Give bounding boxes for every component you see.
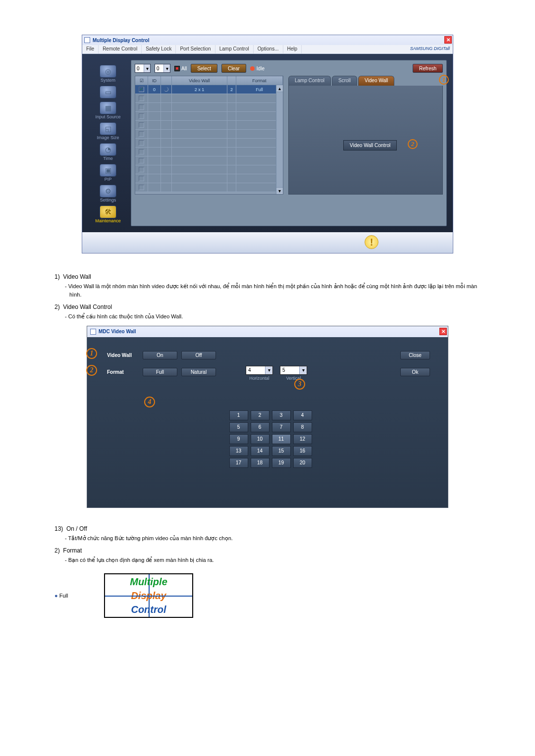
full-preview-box: Multiple Display Control [104,573,193,618]
grid-cell[interactable]: 9 [229,434,248,444]
layout-grid: 1234 5678 9101112 13141516 17181920 [107,410,434,468]
grid-cell[interactable]: 17 [229,458,248,468]
tab-scroll[interactable]: Scroll [332,76,357,86]
table-row[interactable] [135,148,283,156]
dialog-title: MDC Video Wall [99,329,136,334]
chevron-down-icon: ▾ [144,64,150,72]
menu-options[interactable]: Options... [254,45,283,53]
menu-port-selection[interactable]: Port Selection [176,45,215,53]
status-bar: ! [82,232,453,253]
callout-1: 1 [439,75,449,85]
grid-cell[interactable]: 20 [293,458,312,468]
sidebar-image-size[interactable]: ◱Image Size [85,122,131,140]
grid-cell[interactable]: 16 [293,446,312,456]
range-from-select[interactable]: 0▾ [135,64,151,73]
grid-cell[interactable]: 6 [251,422,269,432]
clear-button[interactable]: Clear [221,64,246,73]
tab-lamp-control[interactable]: Lamp Control [288,76,331,86]
sidebar-input-source[interactable]: ▦Input Source [85,101,131,119]
grid-cell[interactable]: 10 [251,434,269,444]
grid-cell[interactable]: 14 [251,446,269,456]
full-label: Full [54,593,104,599]
grid-cell[interactable]: 4 [293,410,312,420]
dialog-titlebar[interactable]: MDC Video Wall ✕ [87,326,448,337]
close-icon[interactable]: ✕ [439,328,447,335]
pip-icon: ▣ [100,164,116,177]
ok-button[interactable]: Ok [400,368,430,376]
grid-cell[interactable]: 15 [272,446,291,456]
input-source-icon: ▦ [100,101,116,114]
col-state-icon [161,76,172,85]
description-block-2: 13) On / Off Tắt/Mở chức năng Bức tường … [54,525,481,564]
horizontal-select[interactable]: 4▾ [246,366,273,375]
table-row[interactable] [135,121,283,130]
col-video-wall: Video Wall [172,76,227,85]
menu-remote-control[interactable]: Remote Control [99,45,142,53]
off-button[interactable]: Off [181,351,216,359]
maintenance-icon: 🛠 [100,205,116,218]
refresh-button[interactable]: Refresh [413,64,443,73]
close-icon[interactable]: ✕ [444,36,452,44]
settings-icon: ⚙ [100,185,116,198]
grid-cell[interactable]: 2 [251,410,269,420]
image-size-icon: ◱ [100,122,116,135]
tab-panel: Lamp Control Scroll Video Wall 1 Video W… [288,76,443,195]
all-checkbox[interactable]: ■All [174,66,187,71]
menu-help[interactable]: Help [283,45,302,53]
app-title: Multiple Display Control [93,38,149,43]
grid-header: ☑ ID Video Wall Format [135,76,283,85]
menu-file[interactable]: File [82,45,99,53]
vertical-select[interactable]: 5▾ [280,366,307,375]
table-row[interactable] [135,156,283,165]
table-row[interactable] [135,112,283,121]
range-to-select[interactable]: 0▾ [155,64,170,73]
col-check[interactable]: ☑ [135,76,148,85]
tab-video-wall[interactable]: Video Wall [358,76,394,86]
grid-cell[interactable]: 13 [229,446,248,456]
grid-cell[interactable]: 19 [272,458,291,468]
menu-safety-lock[interactable]: Safety Lock [142,45,176,53]
close-button[interactable]: Close [400,351,430,359]
grid-cell[interactable]: 1 [229,410,248,420]
full-button[interactable]: Full [143,368,177,376]
table-row[interactable] [135,174,283,183]
scroll-down-icon[interactable]: ▾ [276,187,283,194]
callout-4: 4 [144,397,155,407]
sidebar-display[interactable]: ▭ [85,86,131,99]
sidebar: ◎System ▭ ▦Input Source ◱Image Size ◔Tim… [85,60,131,226]
display-grid: ☑ ID Video Wall Format 0 2 x 1 2 Full [135,76,283,195]
table-row[interactable] [135,183,283,192]
grid-cell[interactable]: 18 [251,458,269,468]
grid-cell[interactable]: 11 [272,434,291,444]
sidebar-maintenance[interactable]: 🛠Maintenance [85,205,131,223]
idle-indicator: Idle [250,66,265,71]
row-checkbox[interactable] [139,87,144,92]
sidebar-time[interactable]: ◔Time [85,143,131,161]
menu-lamp-control[interactable]: Lamp Control [215,45,254,53]
table-row[interactable] [135,130,283,139]
table-row[interactable] [135,139,283,148]
sidebar-system[interactable]: ◎System [85,65,131,83]
sidebar-pip[interactable]: ▣PIP [85,164,131,182]
dialog-icon [90,329,96,335]
select-button[interactable]: Select [191,64,217,73]
table-row[interactable] [135,94,283,103]
table-row[interactable] [135,165,283,174]
video-wall-dialog: MDC Video Wall ✕ 1 2 Video Wall On Off C… [87,326,448,508]
main-panel: 0▾ 0▾ ■All Select Clear Idle Refresh ☑ I… [131,60,447,226]
titlebar[interactable]: Multiple Display Control ✕ [82,35,453,45]
natural-button[interactable]: Natural [181,368,216,376]
grid-cell[interactable]: 5 [229,422,248,432]
grid-scrollbar[interactable]: ▴ ▾ [276,85,283,194]
grid-cell[interactable]: 12 [293,434,312,444]
on-button[interactable]: On [143,351,177,359]
scroll-up-icon[interactable]: ▴ [276,85,283,92]
table-row[interactable] [135,103,283,112]
grid-cell[interactable]: 7 [272,422,291,432]
chevron-down-icon: ▾ [163,64,170,72]
grid-cell[interactable]: 8 [293,422,312,432]
sidebar-settings[interactable]: ⚙Settings [85,185,131,202]
table-row[interactable]: 0 2 x 1 2 Full [135,85,283,94]
video-wall-control-button[interactable]: Video Wall Control [343,140,397,151]
grid-cell[interactable]: 3 [272,410,291,420]
